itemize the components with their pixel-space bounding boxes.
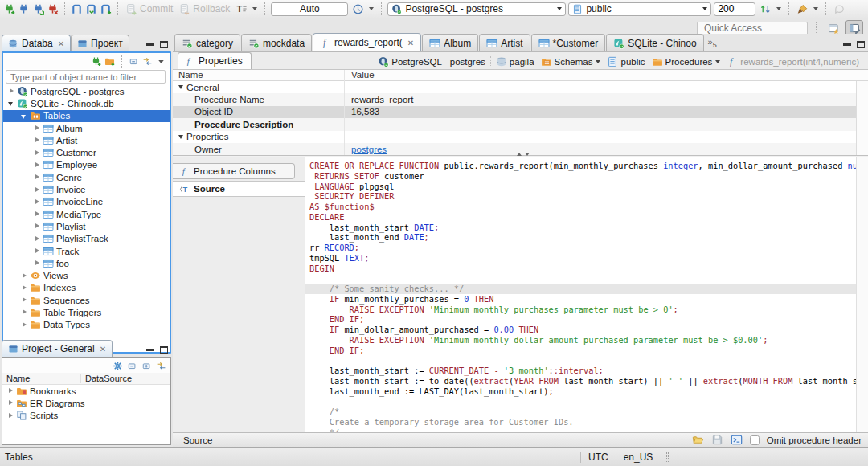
console-icon[interactable] <box>731 434 743 446</box>
schema-combo[interactable]: public <box>568 2 711 16</box>
tree-item-tables[interactable]: Tables <box>3 110 170 122</box>
tree-item-sequences[interactable]: Sequences <box>3 294 170 306</box>
tree-item-table-triggers[interactable]: Table Triggers <box>3 306 170 318</box>
editor-tab-album[interactable]: Album <box>422 34 478 51</box>
splitter-handle[interactable] <box>514 151 532 157</box>
column-name[interactable]: Name <box>173 70 346 80</box>
tab-properties[interactable]: f Properties <box>178 52 252 69</box>
load-from-file-icon[interactable] <box>692 434 704 446</box>
expander-expanded-icon[interactable] <box>21 112 28 120</box>
quick-access-input[interactable] <box>697 22 808 35</box>
status-locale[interactable]: en_US <box>616 452 661 463</box>
property-value-link[interactable]: postgres <box>351 145 387 154</box>
expander-collapsed-icon[interactable] <box>34 137 41 144</box>
tab-source[interactable]: T Source <box>173 181 305 197</box>
tree-item-album[interactable]: Album <box>3 122 170 134</box>
fetch-size-input[interactable] <box>714 2 755 16</box>
tree-item-views[interactable]: Views <box>3 269 170 281</box>
tree-item-invoice[interactable]: Invoice <box>3 183 170 195</box>
breadcrumb-postgresql-postgres[interactable]: PostgreSQL - postgres <box>375 56 488 67</box>
tab-projects[interactable]: Проект <box>71 35 129 51</box>
rollback-button[interactable]: Rollback <box>177 2 231 16</box>
new-folder-icon[interactable] <box>104 56 115 67</box>
tab-procedure-columns[interactable]: f Procedure Columns <box>173 163 295 179</box>
expander-collapsed-icon[interactable] <box>34 125 41 132</box>
property-row-procedure-description[interactable]: Procedure Description <box>173 118 868 130</box>
column-datasource[interactable]: DataSource <box>81 374 132 383</box>
expander-collapsed-icon[interactable] <box>21 284 28 292</box>
status-timezone[interactable]: UTC <box>580 452 616 463</box>
breadcrumb-public[interactable]: public <box>604 56 647 67</box>
scrollbar[interactable] <box>856 157 868 432</box>
link-with-editor-icon[interactable] <box>156 361 166 371</box>
expander-collapsed-icon[interactable] <box>34 211 41 218</box>
tx-mode-combo[interactable]: Auto <box>271 2 348 16</box>
scrollbar[interactable] <box>856 81 868 155</box>
tree-item-invoiceline[interactable]: InvoiceLine <box>3 196 170 208</box>
editor-tab-mockdata[interactable]: mockdata <box>241 34 312 51</box>
expander-collapsed-icon[interactable] <box>34 186 41 194</box>
tree-item-indexes[interactable]: Indexes <box>3 282 170 294</box>
column-divider[interactable] <box>344 70 345 155</box>
minimize-icon[interactable] <box>843 43 851 46</box>
datasource-combo[interactable]: PostgreSQL - postgres <box>387 2 566 16</box>
expander-expanded-icon[interactable] <box>178 85 183 89</box>
close-icon[interactable]: ✕ <box>100 345 106 354</box>
editor-tab-sqlite-chinoo[interactable]: SQLite - Chinoo <box>606 34 703 51</box>
expander-collapsed-icon[interactable] <box>8 88 15 95</box>
breadcrumb-procedures[interactable]: Procedures <box>649 56 723 67</box>
tree-item-sqlite-chinook-db[interactable]: SQLite - Chinook.db <box>3 97 170 109</box>
gear-icon[interactable] <box>113 361 123 371</box>
expander-expanded-icon[interactable] <box>8 100 15 107</box>
property-row-object-id[interactable]: Object ID16,583 <box>173 106 868 118</box>
maximize-icon[interactable] <box>160 346 168 354</box>
expander-collapsed-icon[interactable] <box>34 235 41 243</box>
tree-item-customer[interactable]: Customer <box>3 146 170 158</box>
expander-collapsed-icon[interactable] <box>21 296 28 304</box>
expand-all-icon[interactable] <box>141 361 152 371</box>
tree-item-foo[interactable]: foo <box>3 257 170 269</box>
tree-item-data-types[interactable]: Data Types <box>3 319 170 331</box>
expander-expanded-icon[interactable] <box>178 135 183 139</box>
tab-overflow-button[interactable]: »5 <box>705 37 720 51</box>
property-row-general[interactable]: General <box>173 81 868 93</box>
new-connection-icon[interactable] <box>91 56 101 67</box>
property-row-procedure-name[interactable]: Procedure Namerewards_report <box>173 93 868 105</box>
expander-collapsed-icon[interactable] <box>7 387 14 394</box>
tree-item-employee[interactable]: Employee <box>3 159 170 171</box>
sql-editor-new-icon[interactable] <box>100 3 112 15</box>
expander-collapsed-icon[interactable] <box>21 309 28 316</box>
breadcrumb-rewards-report-int4-numeric-[interactable]: frewards_report(int4,numeric) <box>724 56 862 67</box>
tree-item-playlist[interactable]: Playlist <box>3 220 170 232</box>
tree-item-track[interactable]: Track <box>3 245 170 257</box>
expander-collapsed-icon[interactable] <box>7 399 14 407</box>
disconnect-icon[interactable] <box>47 3 59 15</box>
source-editor[interactable]: CREATE OR REPLACE FUNCTION public.reward… <box>305 157 856 432</box>
history-button[interactable] <box>350 2 375 16</box>
connect-icon[interactable] <box>18 3 30 15</box>
expander-collapsed-icon[interactable] <box>34 247 41 255</box>
column-name[interactable]: Name <box>2 374 81 383</box>
expander-collapsed-icon[interactable] <box>34 260 41 267</box>
expander-collapsed-icon[interactable] <box>21 272 28 280</box>
object-filter-input[interactable] <box>6 70 166 84</box>
new-connection-icon[interactable] <box>3 3 15 15</box>
reconnect-icon[interactable] <box>32 3 44 15</box>
dropdown-arrow-icon[interactable] <box>596 60 600 63</box>
format-button[interactable] <box>795 2 820 16</box>
property-row-properties[interactable]: Properties <box>173 131 868 143</box>
expander-collapsed-icon[interactable] <box>21 321 28 329</box>
breadcrumb-schemas[interactable]: Schemas <box>538 56 604 67</box>
view-menu-icon[interactable] <box>156 56 166 67</box>
tree-item-playlisttrack[interactable]: PlaylistTrack <box>3 233 170 245</box>
sql-editor-icon[interactable] <box>71 3 83 15</box>
tab-project-general[interactable]: Project - General ✕ <box>2 340 113 357</box>
editor-tab-rewards-report-[interactable]: frewards_report(✕ <box>313 33 421 51</box>
sync-button[interactable] <box>758 2 783 16</box>
collapse-all-icon[interactable] <box>127 361 137 371</box>
tree-item-mediatype[interactable]: MediaType <box>3 208 170 220</box>
expander-collapsed-icon[interactable] <box>34 198 41 206</box>
editor-tab-artist[interactable]: Artist <box>479 34 530 51</box>
tab-database-navigator[interactable]: Databa ✕ <box>2 35 71 51</box>
expander-collapsed-icon[interactable] <box>34 223 41 230</box>
